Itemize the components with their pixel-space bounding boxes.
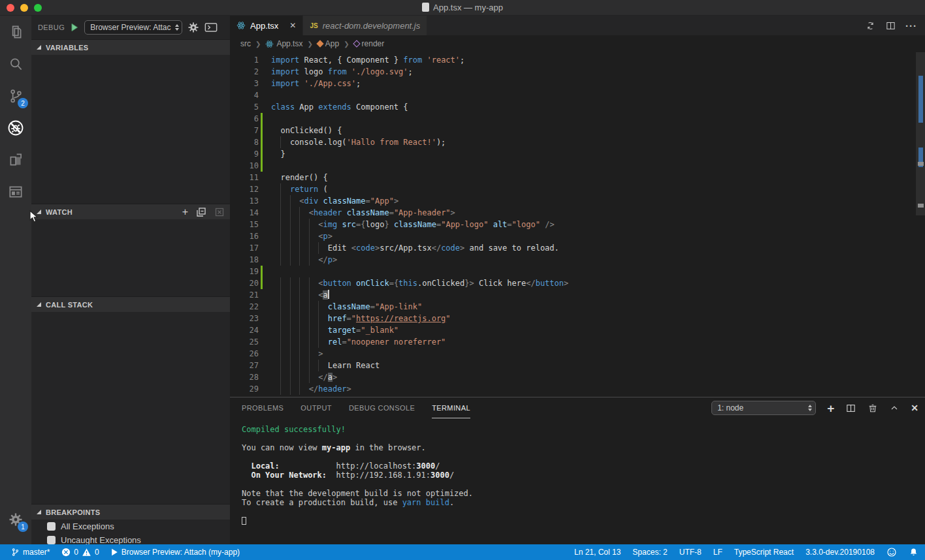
line-number[interactable]: 27 [230, 361, 259, 370]
breadcrumb-file[interactable]: App.tsx [265, 39, 302, 48]
line-number[interactable]: 21 [230, 290, 259, 300]
breadcrumb-src[interactable]: src [240, 39, 251, 48]
line-number[interactable]: 10 [230, 161, 259, 170]
line-number[interactable]: 8 [230, 138, 259, 147]
activity-settings[interactable]: 1 [0, 503, 31, 535]
line-number[interactable]: 23 [230, 314, 259, 323]
tab-app-tsx[interactable]: App.tsx ✕ [230, 16, 302, 35]
debug-session-status[interactable]: Browser Preview: Attach (my-app) [105, 544, 246, 560]
code-line[interactable]: 9 } [230, 148, 925, 160]
line-number[interactable]: 18 [230, 255, 259, 264]
indentation-status[interactable]: Spaces: 2 [626, 544, 673, 560]
line-number[interactable]: 5 [230, 102, 259, 112]
language-mode-status[interactable]: TypeScript React [728, 544, 800, 560]
code-line[interactable]: 22 className="App-link" [230, 301, 925, 313]
line-number[interactable]: 9 [230, 149, 259, 159]
code-line[interactable]: 12 return ( [230, 183, 925, 195]
line-number[interactable]: 25 [230, 337, 259, 347]
line-number[interactable]: 6 [230, 114, 259, 123]
debug-config-select[interactable]: Browser Preview: Attac [84, 20, 182, 35]
panel-tab-debug-console[interactable]: DEBUG CONSOLE [349, 397, 415, 418]
line-number[interactable]: 2 [230, 67, 259, 76]
watch-header[interactable]: WATCH + [31, 204, 230, 219]
split-terminal-icon[interactable] [845, 403, 856, 414]
code-line[interactable]: 23 href="https://reactjs.org" [230, 313, 925, 324]
watch-body[interactable] [31, 219, 230, 296]
code-line[interactable]: 25 rel="noopener noreferrer" [230, 336, 925, 348]
code-line[interactable]: 18 </p> [230, 254, 925, 266]
panel-tab-terminal[interactable]: TERMINAL [432, 397, 470, 418]
code-line[interactable]: 20 <button onClick={this.onClicked}> Cli… [230, 277, 925, 289]
terminal-output[interactable]: Compiled successfully! You can now view … [230, 418, 925, 544]
call-stack-header[interactable]: CALL STACK [31, 296, 230, 312]
remove-all-watch-icon[interactable] [214, 207, 225, 217]
code-line[interactable]: 27 Learn React [230, 360, 925, 371]
code-line[interactable]: 5class App extends Component { [230, 101, 925, 113]
code-line[interactable]: 10 [230, 160, 925, 172]
problems-status[interactable]: 0 0 [56, 544, 105, 560]
cursor-position-status[interactable]: Ln 21, Col 13 [568, 544, 626, 560]
code-line[interactable]: 19 [230, 266, 925, 277]
activity-extensions[interactable] [0, 144, 31, 176]
code-editor[interactable]: 1import React, { Component } from 'react… [230, 52, 925, 397]
breadcrumb-method[interactable]: render [354, 39, 385, 48]
code-line[interactable]: 2import logo from './logo.svg'; [230, 66, 925, 78]
code-line[interactable]: 17 Edit <code>src/App.tsx</code> and sav… [230, 242, 925, 254]
code-line[interactable]: 26 > [230, 348, 925, 360]
open-changes-icon[interactable] [865, 20, 876, 31]
line-number[interactable]: 28 [230, 373, 259, 382]
debug-settings-button[interactable] [187, 22, 199, 33]
line-number[interactable]: 7 [230, 126, 259, 135]
line-number[interactable]: 12 [230, 185, 259, 194]
line-number[interactable]: 4 [230, 91, 259, 100]
feedback-button[interactable] [881, 544, 903, 560]
notifications-button[interactable] [903, 544, 918, 560]
activity-source-control[interactable]: 2 [0, 80, 31, 112]
title-bar[interactable]: App.tsx — my-app [0, 0, 925, 16]
git-branch-status[interactable]: master* [5, 544, 56, 560]
code-line[interactable]: 1import React, { Component } from 'react… [230, 54, 925, 66]
line-number[interactable]: 16 [230, 232, 259, 241]
code-line[interactable]: 15 <img src={logo} className="App-logo" … [230, 219, 925, 230]
checkbox-unchecked[interactable] [47, 536, 56, 544]
line-number[interactable]: 20 [230, 279, 259, 288]
line-number[interactable]: 29 [230, 384, 259, 394]
tab-react-dom[interactable]: JS react-dom.development.js [302, 16, 427, 35]
code-line[interactable]: 13 <div className="App"> [230, 195, 925, 207]
code-line[interactable]: 16 <p> [230, 230, 925, 242]
collapse-all-icon[interactable] [196, 207, 206, 217]
line-number[interactable]: 1 [230, 55, 259, 65]
code-line[interactable]: 29 </header> [230, 383, 925, 395]
code-line[interactable]: 8 console.log('Hallo from React!'); [230, 136, 925, 148]
activity-explorer[interactable] [0, 16, 31, 48]
line-number[interactable]: 13 [230, 196, 259, 206]
code-line[interactable]: 3import './App.css'; [230, 78, 925, 89]
line-number[interactable]: 22 [230, 302, 259, 311]
split-editor-icon[interactable] [885, 20, 896, 31]
kill-terminal-icon[interactable] [868, 403, 878, 414]
code-line[interactable]: 21 <a [230, 289, 925, 301]
more-actions-icon[interactable]: ··· [905, 20, 917, 31]
eol-status[interactable]: LF [707, 544, 728, 560]
code-line[interactable]: 7 onClicked() { [230, 125, 925, 136]
panel-tab-problems[interactable]: PROBLEMS [242, 397, 284, 418]
terminal-instance-select[interactable]: 1: node [711, 401, 816, 415]
start-debug-button[interactable] [70, 23, 79, 32]
checkbox-unchecked[interactable] [47, 522, 56, 531]
line-number[interactable]: 3 [230, 79, 259, 88]
call-stack-body[interactable] [31, 312, 230, 504]
breakpoint-all-exceptions[interactable]: All Exceptions [31, 520, 230, 533]
variables-body[interactable] [31, 55, 230, 204]
line-number[interactable]: 15 [230, 220, 259, 229]
line-number[interactable]: 17 [230, 243, 259, 253]
line-number[interactable]: 24 [230, 326, 259, 335]
add-watch-expression-button[interactable]: + [182, 207, 188, 217]
close-tab-icon[interactable]: ✕ [289, 21, 296, 30]
breadcrumb-class[interactable]: App [317, 39, 339, 48]
panel-tab-output[interactable]: OUTPUT [300, 397, 332, 418]
activity-search[interactable] [0, 48, 31, 80]
breakpoints-header[interactable]: BREAKPOINTS [31, 504, 230, 520]
line-number[interactable]: 11 [230, 173, 259, 182]
code-line[interactable]: 14 <header className="App-header"> [230, 207, 925, 219]
code-line[interactable]: 24 target="_blank" [230, 324, 925, 336]
